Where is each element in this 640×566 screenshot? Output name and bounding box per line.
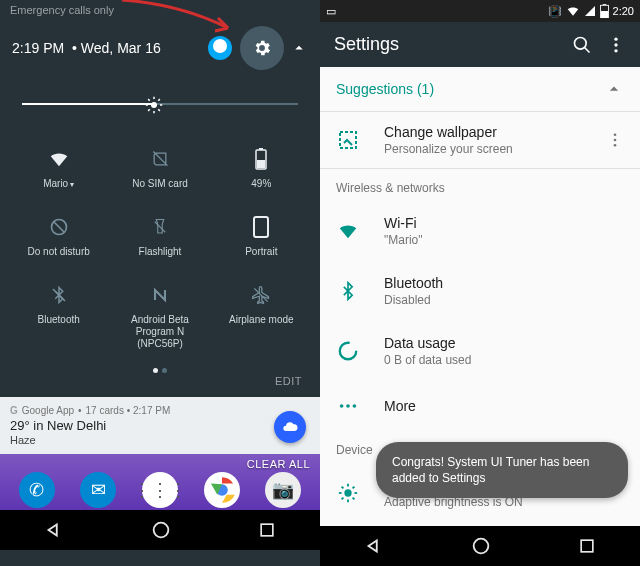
suggestions-header[interactable]: Suggestions (1): [320, 67, 640, 112]
portrait-icon: [250, 216, 272, 238]
search-icon[interactable]: [572, 35, 592, 55]
svg-point-28: [614, 43, 617, 46]
notif-line2: Haze: [10, 434, 310, 446]
item-title: Change wallpaper: [384, 124, 606, 140]
item-data-usage[interactable]: Data usage 0 B of data used: [320, 321, 640, 381]
svg-point-35: [340, 404, 344, 408]
brightness-icon: [145, 96, 163, 114]
brightness-slider[interactable]: [22, 94, 298, 114]
display-icon: [336, 482, 360, 504]
svg-rect-24: [601, 6, 608, 11]
user-avatar[interactable]: [208, 36, 232, 60]
chrome-app-icon[interactable]: [204, 472, 240, 508]
recents-button[interactable]: [257, 520, 277, 540]
wifi-status-icon: [566, 4, 580, 18]
clock-time[interactable]: 2:19 PM: [12, 40, 64, 56]
weather-fab[interactable]: [274, 411, 306, 443]
item-more[interactable]: More: [320, 381, 640, 431]
svg-line-14: [155, 222, 166, 233]
svg-point-31: [614, 133, 617, 136]
settings-screen: ▭ 📳 2:20 Settings Suggestions (1) Change…: [320, 0, 640, 566]
tile-bluetooth[interactable]: Bluetooth: [8, 274, 109, 360]
back-button[interactable]: [43, 519, 65, 541]
screenshot-icon: ▭: [326, 5, 336, 18]
svg-rect-23: [602, 4, 606, 5]
battery-status-icon: [600, 4, 609, 18]
recents-button[interactable]: [577, 536, 597, 556]
svg-rect-10: [259, 148, 263, 150]
chevron-up-icon[interactable]: [290, 39, 308, 57]
svg-line-43: [342, 487, 344, 489]
item-bluetooth[interactable]: Bluetooth Disabled: [320, 261, 640, 321]
item-subtitle: Personalize your screen: [384, 142, 606, 156]
svg-point-20: [154, 523, 169, 538]
svg-point-27: [614, 37, 617, 40]
app-drawer-icon[interactable]: ⋮⋮⋮: [142, 472, 178, 508]
svg-rect-11: [257, 160, 265, 168]
svg-rect-15: [254, 217, 268, 237]
svg-rect-21: [261, 524, 273, 536]
chevron-up-icon: [604, 79, 624, 99]
svg-point-29: [614, 49, 617, 52]
settings-button[interactable]: [240, 26, 284, 70]
tile-android-beta[interactable]: Android Beta Program N (NPC56P): [109, 274, 210, 360]
tile-airplane[interactable]: Airplane mode: [211, 274, 312, 360]
notification-card[interactable]: G Google App • 17 cards • 2:17 PM 29° in…: [0, 397, 320, 454]
qs-tile-grid: Mario▾ No SIM card 49% Do not disturb Fl…: [0, 132, 320, 364]
svg-point-34: [340, 343, 357, 360]
svg-rect-48: [581, 540, 593, 552]
status-text: Emergency calls only: [0, 0, 320, 18]
bluetooth-icon: [336, 281, 360, 301]
overflow-menu-icon[interactable]: [606, 35, 626, 55]
camera-app-icon[interactable]: 📷: [265, 472, 301, 508]
svg-line-13: [54, 222, 64, 232]
svg-point-36: [346, 404, 350, 408]
home-button[interactable]: [150, 519, 172, 541]
tile-wifi[interactable]: Mario▾: [8, 138, 109, 200]
home-preview: CLEAR ALL ✆ ✉ ⋮⋮⋮ 📷: [0, 454, 320, 510]
qs-header: 2:19 PM • Wed, Mar 16: [0, 18, 320, 80]
notif-line1: 29° in New Delhi: [10, 418, 310, 433]
navigation-bar: [0, 510, 320, 550]
svg-point-32: [614, 139, 617, 142]
svg-line-45: [342, 498, 344, 500]
cloud-icon: [282, 419, 298, 435]
notif-app-name: Google App: [22, 405, 74, 416]
svg-line-3: [149, 99, 151, 101]
clock-date[interactable]: • Wed, Mar 16: [68, 40, 161, 56]
app-bar: Settings: [320, 22, 640, 67]
tile-rotation[interactable]: Portrait: [211, 206, 312, 268]
gear-icon: [252, 38, 272, 58]
item-overflow-icon[interactable]: [606, 131, 624, 149]
svg-point-0: [151, 102, 157, 108]
data-usage-icon: [336, 340, 360, 362]
home-button[interactable]: [470, 535, 492, 557]
tile-flashlight[interactable]: Flashlight: [109, 206, 210, 268]
svg-line-44: [353, 498, 355, 500]
svg-line-46: [353, 487, 355, 489]
svg-line-26: [585, 47, 590, 52]
back-button[interactable]: [363, 535, 385, 557]
clear-all-button[interactable]: CLEAR ALL: [247, 458, 310, 470]
tile-sim[interactable]: No SIM card: [109, 138, 210, 200]
section-wireless-title: Wireless & networks: [320, 169, 640, 201]
notif-meta: 17 cards • 2:17 PM: [86, 405, 171, 416]
wifi-icon: [48, 148, 70, 170]
cell-status-icon: [584, 5, 596, 17]
status-bar: ▭ 📳 2:20: [320, 0, 640, 22]
item-wifi[interactable]: Wi-Fi "Mario": [320, 201, 640, 261]
svg-point-25: [575, 37, 587, 49]
airplane-icon: [250, 284, 272, 306]
tile-battery[interactable]: 49%: [211, 138, 312, 200]
edit-button[interactable]: EDIT: [0, 375, 320, 397]
wallpaper-icon: [336, 128, 360, 152]
svg-line-8: [159, 99, 161, 101]
bluetooth-icon: [48, 284, 70, 306]
svg-point-47: [474, 539, 489, 554]
phone-app-icon[interactable]: ✆: [19, 472, 55, 508]
svg-point-38: [344, 489, 351, 496]
svg-line-7: [149, 109, 151, 111]
tile-dnd[interactable]: Do not disturb: [8, 206, 109, 268]
suggestion-wallpaper[interactable]: Change wallpaper Personalize your screen: [320, 112, 640, 169]
messages-app-icon[interactable]: ✉: [80, 472, 116, 508]
